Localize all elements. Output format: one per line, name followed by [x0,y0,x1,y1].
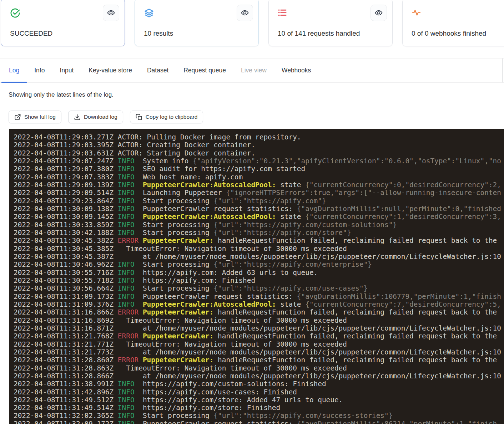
log-line: 2022-04-08T11:31:21.773Z at /home/myuser… [14,348,504,356]
download-log-label: Download log [84,114,117,120]
copy-log-label: Copy log to clipboard [146,114,198,120]
tab-log[interactable]: Log [1,58,27,82]
log-line: 2022-04-08T11:29:23.864Z INFO Start proc… [14,197,504,205]
log-line: 2022-04-08T11:31:49.514Z INFO https://ap… [14,404,504,412]
log-line: 2022-04-08T11:30:55.718Z INFO https://ap… [14,277,504,285]
log-line: 2022-04-08T11:31:16.869Z TimeoutError: N… [14,317,504,325]
requests-handled-label: 10 of 141 requests handled [278,30,360,37]
log-line: 2022-04-08T11:31:28.860Z ERROR Puppeteer… [14,356,504,364]
log-lines: 2022-04-08T11:29:03.271Z ACTOR: Pulling … [14,133,504,424]
log-line: 2022-04-08T11:32:02.365Z INFO Start proc… [14,412,504,420]
log-line: 2022-04-08T11:30:09.145Z INFO PuppeteerC… [14,213,504,221]
log-line: 2022-04-08T11:29:03.395Z ACTOR: Creating… [14,141,504,149]
show-full-log-label: Show full log [24,114,56,120]
copy-log-button[interactable]: Copy log to clipboard [130,111,203,123]
view-results-eye-button[interactable] [237,5,253,21]
log-line: 2022-04-08T11:31:28.866Z at /home/myuser… [14,372,504,380]
list-icon [277,7,288,18]
check-circle-icon [10,7,21,19]
run-status-label: SUCCEEDED [10,30,52,37]
external-link-icon [14,114,21,121]
log-actions: Show full log Download log Copy log to c… [9,111,203,123]
log-line: 2022-04-08T11:29:07.383Z INFO Web host n… [14,173,504,181]
log-terminal[interactable]: 2022-04-08T11:29:03.271Z ACTOR: Pulling … [9,129,504,424]
log-line: 2022-04-08T11:29:03.631Z ACTOR: Starting… [14,149,504,157]
download-log-button[interactable]: Download log [68,111,123,123]
log-line: 2022-04-08T11:29:09.514Z INFO Launching … [14,189,504,197]
log-line: 2022-04-08T11:30:09.138Z INFO PuppeteerC… [14,205,504,213]
view-requests-eye-button[interactable] [371,5,387,21]
tab-input[interactable]: Input [52,58,81,82]
view-status-eye-button[interactable] [103,5,119,21]
results-card: 10 results [135,0,259,46]
tab-info[interactable]: Info [27,58,52,82]
log-line: 2022-04-08T11:29:07.380Z INFO SEO audit … [14,165,504,173]
tabbar-right-edge [503,58,503,82]
requests-card: 10 of 141 requests handled [268,0,393,46]
tab-dataset[interactable]: Dataset [140,58,176,82]
tab-key-value-store[interactable]: Key-value store [81,58,140,82]
layers-icon [143,7,155,19]
tab-webhooks[interactable]: Webhooks [274,58,318,82]
log-line: 2022-04-08T11:30:56.664Z INFO Start proc… [14,285,504,292]
log-line: 2022-04-08T11:30:45.385Z TimeoutError: N… [14,245,504,253]
log-line: 2022-04-08T11:32:09.172Z INFO PuppeteerC… [14,420,504,424]
copy-icon [136,114,142,121]
log-line: 2022-04-08T11:31:42.896Z INFO https://ap… [14,388,504,396]
show-full-log-button[interactable]: Show full log [9,111,61,123]
log-line: 2022-04-08T11:30:46.962Z INFO Start proc… [14,261,504,269]
tab-request-queue[interactable]: Request queue [176,58,233,82]
log-line: 2022-04-08T11:31:28.863Z TimeoutError: N… [14,364,504,372]
webhooks-card: 0 of 0 webhooks finished [402,0,504,46]
results-count-label: 10 results [144,30,173,37]
log-line: 2022-04-08T11:30:42.188Z INFO Start proc… [14,229,504,237]
log-line: 2022-04-08T11:29:07.247Z INFO System inf… [14,157,504,165]
log-notice: Showing only the latest lines of the log… [9,91,114,98]
log-line: 2022-04-08T11:31:21.771Z TimeoutError: N… [14,341,504,348]
log-line: 2022-04-08T11:29:03.271Z ACTOR: Pulling … [14,133,504,141]
tab-live-view: Live view [233,58,274,82]
log-line: 2022-04-08T11:29:09.139Z INFO PuppeteerC… [14,181,504,189]
log-line: 2022-04-08T11:31:16.866Z ERROR Puppeteer… [14,308,504,316]
log-line: 2022-04-08T11:30:45.387Z at /home/myuser… [14,253,504,261]
log-line: 2022-04-08T11:31:21.768Z ERROR Puppeteer… [14,332,504,340]
log-line: 2022-04-08T11:30:33.859Z INFO Start proc… [14,221,504,229]
run-status-card: SUCCEEDED [1,0,125,46]
status-cards-row: SUCCEEDED 10 results 10 of 141 requests … [1,0,504,46]
run-detail-tabbar: Log Info Input Key-value store Dataset R… [0,58,504,83]
log-line: 2022-04-08T11:31:49.512Z INFO https://ap… [14,396,504,404]
log-line: 2022-04-08T11:31:09.376Z INFO PuppeteerC… [14,301,504,308]
log-line: 2022-04-08T11:30:45.382Z ERROR Puppeteer… [14,237,504,245]
log-line: 2022-04-08T11:31:09.173Z INFO PuppeteerC… [14,293,504,301]
download-icon [74,114,81,121]
log-line: 2022-04-08T11:31:16.871Z at /home/myuser… [14,325,504,332]
pulse-icon [411,7,422,18]
log-line: 2022-04-08T11:30:55.716Z INFO https://ap… [14,269,504,277]
webhooks-finished-label: 0 of 0 webhooks finished [412,30,486,37]
log-line: 2022-04-08T11:31:38.991Z INFO https://ap… [14,380,504,388]
